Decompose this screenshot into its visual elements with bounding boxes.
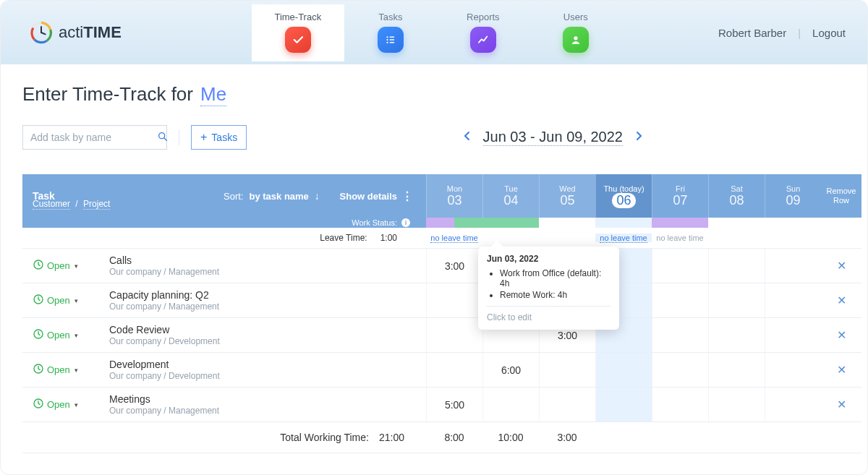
clock-icon xyxy=(33,294,44,307)
sort-control[interactable]: Sort: by task name ↓ xyxy=(224,190,320,202)
leave-time-label: Leave Time: xyxy=(320,233,367,243)
time-cell[interactable] xyxy=(765,318,821,352)
work-status-cell[interactable] xyxy=(708,218,765,228)
add-task-search[interactable] xyxy=(22,125,167,150)
show-details-toggle[interactable]: Show details ⋮ xyxy=(340,189,413,203)
work-status-cell[interactable] xyxy=(652,218,708,228)
time-cell[interactable] xyxy=(426,353,482,387)
remove-row-button[interactable]: ✕ xyxy=(821,398,861,411)
remove-row-button[interactable]: ✕ xyxy=(821,259,861,273)
check-icon xyxy=(285,27,311,53)
time-cell[interactable] xyxy=(539,353,595,387)
time-cell[interactable]: 6:00 xyxy=(482,353,539,387)
time-cell[interactable] xyxy=(652,353,708,387)
clock-icon xyxy=(33,398,44,411)
work-status-cell[interactable] xyxy=(539,218,595,228)
leave-time-cell[interactable]: no leave time xyxy=(426,234,482,242)
column-task: Task Customer / Project Sort: by task na… xyxy=(22,174,426,218)
nav-reports[interactable]: Reports xyxy=(437,4,529,61)
day-total: 10:00 xyxy=(482,432,539,443)
status-dropdown[interactable]: Open▾ xyxy=(22,328,109,342)
day-header[interactable]: Fri07 xyxy=(652,174,708,218)
time-cell[interactable] xyxy=(652,249,708,283)
nav-time-track[interactable]: Time-Track xyxy=(252,4,344,61)
time-cell[interactable] xyxy=(765,249,821,283)
current-user-link[interactable]: Robert Barber xyxy=(718,27,786,39)
remove-row-button[interactable]: ✕ xyxy=(821,363,861,377)
crumb-project[interactable]: Project xyxy=(83,199,110,210)
task-cell[interactable]: DevelopmentOur company / Development xyxy=(109,359,426,381)
remove-row-button[interactable]: ✕ xyxy=(821,294,861,307)
status-dropdown[interactable]: Open▾ xyxy=(22,398,109,411)
time-track-table: Task Customer / Project Sort: by task na… xyxy=(22,174,861,453)
tooltip-click-to-edit[interactable]: Click to edit xyxy=(487,306,610,322)
time-cell[interactable] xyxy=(539,388,595,421)
info-icon[interactable]: i xyxy=(401,218,410,227)
next-week-button[interactable] xyxy=(636,131,643,144)
day-header[interactable]: Thu (today)06 xyxy=(595,174,652,218)
day-header[interactable]: Mon03 xyxy=(426,174,482,218)
time-cell[interactable] xyxy=(765,353,821,387)
day-header[interactable]: Sat08 xyxy=(708,174,765,218)
task-cell[interactable]: CallsOur company / Management xyxy=(109,254,426,277)
column-remove: Remove Row xyxy=(821,174,861,218)
clock-icon xyxy=(33,328,44,342)
nav-users[interactable]: Users xyxy=(529,4,622,61)
user-selector[interactable]: Me xyxy=(200,83,226,106)
add-tasks-button[interactable]: + Tasks xyxy=(191,125,247,150)
time-cell[interactable] xyxy=(708,283,765,317)
status-dropdown[interactable]: Open▾ xyxy=(22,259,109,273)
day-total: 8:00 xyxy=(426,432,482,443)
day-header[interactable]: Tue04 xyxy=(482,174,539,218)
table-row: Open▾Capacity planning: Q2Our company / … xyxy=(22,283,861,317)
svg-point-3 xyxy=(386,36,388,38)
total-working-time-label: Total Working Time: xyxy=(280,432,369,443)
work-status-tooltip[interactable]: Jun 03, 2022 Work from Office (default):… xyxy=(478,247,619,330)
time-cell[interactable] xyxy=(426,318,482,352)
table-row: Open▾MeetingsOur company / Management5:0… xyxy=(22,387,861,421)
time-cell[interactable]: 3:00 xyxy=(426,249,482,283)
search-icon[interactable] xyxy=(157,131,169,145)
prev-week-button[interactable] xyxy=(463,131,470,144)
time-cell[interactable]: 5:00 xyxy=(426,388,482,421)
time-cell[interactable] xyxy=(652,388,708,421)
remove-row-button[interactable]: ✕ xyxy=(821,328,861,342)
time-cell[interactable] xyxy=(708,249,765,283)
kebab-icon: ⋮ xyxy=(401,189,413,203)
page-title: Enter Time-Track for xyxy=(22,83,193,106)
status-dropdown[interactable]: Open▾ xyxy=(22,363,109,377)
tooltip-line: Remote Work: 4h xyxy=(500,290,610,300)
logo-text: actiTIME xyxy=(59,23,122,42)
work-status-cell[interactable] xyxy=(482,218,539,228)
time-cell[interactable] xyxy=(708,353,765,387)
task-cell[interactable]: MeetingsOur company / Management xyxy=(109,393,426,416)
day-header[interactable]: Wed05 xyxy=(539,174,595,218)
work-status-cell[interactable] xyxy=(426,218,482,228)
time-cell[interactable] xyxy=(708,318,765,352)
logo[interactable]: actiTIME xyxy=(30,21,122,44)
logout-link[interactable]: Logout xyxy=(812,27,846,39)
leave-time-cell[interactable]: no leave time xyxy=(595,234,652,242)
time-cell[interactable] xyxy=(426,283,482,317)
time-cell[interactable] xyxy=(708,388,765,421)
nav-tasks[interactable]: Tasks xyxy=(344,4,437,61)
status-dropdown[interactable]: Open▾ xyxy=(22,294,109,307)
svg-rect-6 xyxy=(389,39,394,40)
work-status-cell[interactable] xyxy=(765,218,821,228)
day-header[interactable]: Sun09 xyxy=(765,174,821,218)
leave-time-cell[interactable]: no leave time xyxy=(652,234,708,242)
search-input[interactable] xyxy=(30,132,157,143)
time-cell[interactable] xyxy=(595,353,652,387)
time-cell[interactable] xyxy=(595,388,652,421)
time-cell[interactable] xyxy=(765,388,821,421)
leave-time-total: 1:00 xyxy=(380,233,397,243)
date-range-picker[interactable]: Jun 03 - Jun 09, 2022 xyxy=(483,129,623,146)
work-status-cell[interactable] xyxy=(595,218,652,228)
task-cell[interactable]: Capacity planning: Q2Our company / Manag… xyxy=(109,289,426,312)
task-cell[interactable]: Code ReviewOur company / Development xyxy=(109,324,426,346)
crumb-customer[interactable]: Customer xyxy=(33,199,70,210)
time-cell[interactable] xyxy=(765,283,821,317)
time-cell[interactable] xyxy=(482,388,539,421)
time-cell[interactable] xyxy=(652,283,708,317)
time-cell[interactable] xyxy=(652,318,708,352)
